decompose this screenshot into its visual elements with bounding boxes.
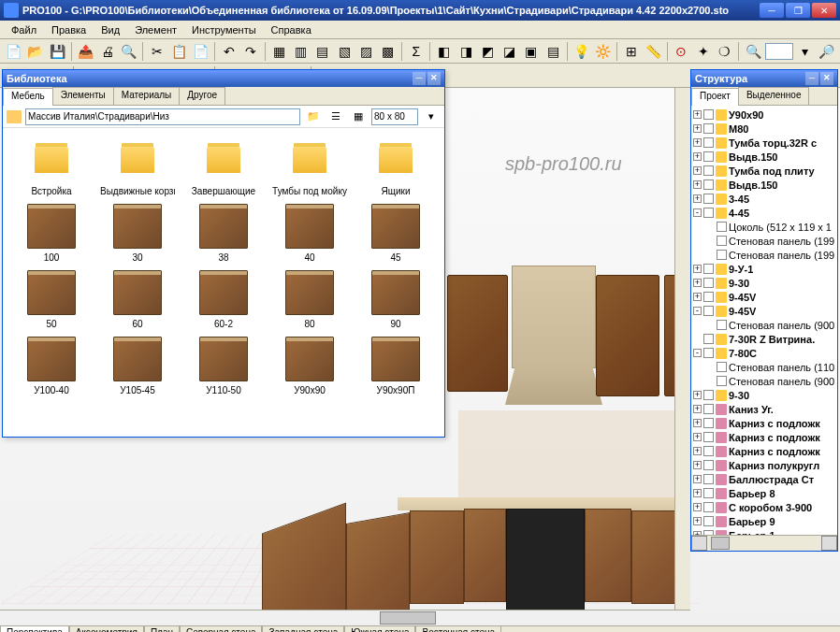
redo-icon[interactable]: ↷ [240, 41, 260, 62]
range-hood[interactable] [512, 266, 596, 368]
tree-row[interactable]: +3-45 [693, 192, 835, 206]
tree-expand-icon[interactable] [706, 223, 715, 231]
tree-expand-icon[interactable]: + [693, 405, 702, 413]
library-item[interactable]: У105-45 [96, 335, 179, 397]
tree-row[interactable]: +Тумба под плиту [693, 164, 835, 178]
base-cabinet[interactable] [410, 510, 464, 604]
wall-cabinet[interactable] [447, 275, 508, 392]
scroll-thumb[interactable] [711, 537, 730, 550]
close-icon[interactable]: ✕ [427, 72, 441, 85]
tree-row[interactable]: +Выдв.150 [693, 178, 835, 192]
structure-scrollbar[interactable] [691, 535, 837, 551]
library-tab-2[interactable]: Материалы [113, 87, 181, 105]
tree-checkbox[interactable] [703, 432, 714, 442]
tree-expand-icon[interactable]: + [693, 293, 702, 301]
tree-expand-icon[interactable]: + [693, 138, 702, 147]
light-icon[interactable]: 💡 [572, 41, 591, 62]
tree-row[interactable]: +Карниз с подложк [693, 416, 835, 430]
tree-checkbox[interactable] [717, 222, 727, 232]
tree-expand-icon[interactable]: + [693, 489, 702, 497]
base-cabinet[interactable] [464, 509, 506, 602]
tree-row[interactable]: +Барьер 1 [693, 528, 835, 535]
tool2-icon[interactable]: ◨ [456, 41, 476, 62]
tree-expand-icon[interactable]: + [693, 503, 702, 511]
save-icon[interactable]: 💾 [48, 41, 67, 62]
tree-checkbox[interactable] [717, 376, 727, 386]
tree-checkbox[interactable] [703, 474, 714, 484]
tree-checkbox[interactable] [703, 446, 714, 456]
library-item[interactable]: Завершающие [182, 136, 265, 198]
view-tab-5[interactable]: Южная стена [344, 626, 415, 632]
tree-expand-icon[interactable]: + [693, 152, 702, 161]
view-tab-4[interactable]: Западная стена [262, 626, 344, 632]
library-item[interactable]: У110-50 [182, 335, 265, 397]
view-grid-icon[interactable]: ▦ [349, 108, 368, 126]
tree-row[interactable]: Стеновая панель (110 [693, 360, 835, 374]
tree-row[interactable]: +9-У-1 [693, 262, 835, 276]
ruler-icon[interactable]: 📏 [644, 41, 663, 62]
path-select[interactable] [25, 108, 300, 125]
tree-row[interactable]: 7-30R Z Витрина. [693, 332, 835, 346]
tree-checkbox[interactable] [703, 194, 714, 204]
view-tab-2[interactable]: План [144, 626, 180, 632]
tree-row[interactable]: +С коробом 3-900 [693, 500, 835, 514]
tree-checkbox[interactable] [703, 348, 714, 358]
new-icon[interactable]: 📄 [4, 41, 23, 62]
tree-row[interactable]: Стеновая панель (199 [693, 248, 835, 262]
grid-icon[interactable]: ⊞ [621, 41, 641, 62]
tree-row[interactable]: +Барьер 8 [693, 486, 835, 500]
view3-icon[interactable]: ▤ [312, 41, 332, 62]
tree-checkbox[interactable] [703, 264, 714, 274]
library-item[interactable]: 90 [355, 268, 437, 331]
tree-checkbox[interactable] [703, 151, 714, 162]
tree-checkbox[interactable] [703, 292, 714, 302]
undo-icon[interactable]: ↶ [219, 41, 239, 62]
library-item[interactable]: Встройка [10, 136, 93, 198]
tool6-icon[interactable]: ▤ [543, 41, 563, 62]
structure-tab-0[interactable]: Проект [691, 88, 739, 106]
tree-expand-icon[interactable] [706, 237, 715, 245]
tree-expand-icon[interactable]: + [693, 166, 702, 175]
zoom-out-icon[interactable]: 🔍 [743, 41, 762, 62]
oven[interactable] [506, 509, 585, 611]
tree-row[interactable]: +Баллюстрада Ст [693, 472, 835, 486]
tree-checkbox[interactable] [703, 516, 714, 526]
view-tab-1[interactable]: Аксонометрия [69, 626, 144, 632]
library-item[interactable]: Тумбы под мойку [268, 136, 351, 198]
zoom-dropdown-icon[interactable]: ▾ [795, 41, 815, 62]
zoom-fit-icon[interactable]: 🔎 [817, 41, 836, 62]
tree-checkbox[interactable] [703, 278, 714, 288]
library-title-bar[interactable]: Библиотека ─ ✕ [3, 70, 444, 87]
library-item[interactable]: 100 [10, 202, 93, 265]
tree-expand-icon[interactable]: + [693, 517, 702, 525]
shade-icon[interactable]: 🔆 [593, 41, 613, 62]
library-item[interactable]: 30 [96, 202, 179, 265]
tree-expand-icon[interactable]: + [693, 391, 702, 399]
library-tab-0[interactable]: Мебель [3, 88, 53, 106]
tree-checkbox[interactable] [703, 208, 714, 218]
tree-row[interactable]: +Тумба торц.32R с [693, 136, 835, 150]
tree-row[interactable]: +9-45V [693, 290, 835, 304]
tree-row[interactable]: Цоколь (512 x 119 x 1 [693, 220, 835, 234]
tree-checkbox[interactable] [703, 109, 714, 120]
minimize-icon[interactable]: ─ [413, 72, 426, 85]
tree-row[interactable]: +Барьер 9 [693, 514, 835, 528]
tree-expand-icon[interactable]: + [693, 461, 702, 469]
view2-icon[interactable]: ▥ [291, 41, 311, 62]
tree-checkbox[interactable] [703, 502, 714, 512]
tree-checkbox[interactable] [703, 165, 714, 176]
library-tab-3[interactable]: Другое [179, 87, 225, 105]
tree-row[interactable]: +У90х90 [693, 108, 835, 122]
tree-row[interactable]: Стеновая панель (900 [693, 318, 835, 332]
minimize-icon[interactable]: ─ [805, 72, 818, 85]
tree-checkbox[interactable] [703, 418, 714, 428]
close-icon[interactable]: ✕ [820, 72, 833, 85]
tree-expand-icon[interactable]: + [693, 447, 702, 455]
tree-checkbox[interactable] [703, 404, 714, 414]
library-item[interactable]: 60-2 [182, 268, 265, 331]
tree-expand-icon[interactable]: + [693, 475, 702, 483]
tool4-icon[interactable]: ◪ [500, 41, 519, 62]
tool3-icon[interactable]: ◩ [478, 41, 498, 62]
tree-row[interactable]: +Карниз с подложк [693, 444, 835, 458]
tree-row[interactable]: -9-45V [693, 304, 835, 318]
